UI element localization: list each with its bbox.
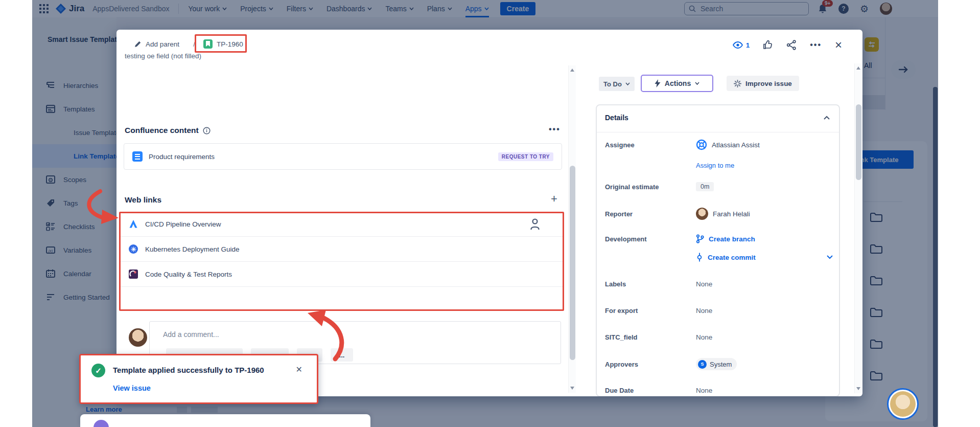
annotation-arrow-sidebar [81,188,127,225]
modal-header-actions: 1 ••• × [733,39,842,51]
create-branch-link[interactable]: Create branch [696,234,755,243]
approver-chip[interactable]: S System [696,358,737,370]
toast-message: Template applied successfully to TP-1960 [113,366,264,374]
toast-close-button[interactable]: ✕ [296,365,302,374]
eye-icon [733,41,743,49]
field-development: Development Create branch [605,234,833,243]
annotation-box-issue-key [195,34,247,53]
weblinks-section-heading: Web links [125,195,161,205]
field-for-export[interactable]: For export None [605,307,833,314]
camera-bubble[interactable] [887,388,919,420]
actions-dropdown[interactable]: Actions [641,75,713,92]
estimate-value: 0m [696,182,714,191]
content-scrollbar[interactable] [568,65,576,393]
canvas-margin-right [938,0,980,427]
field-development-commit: Create commit [605,253,833,262]
canvas-margin-left [0,0,32,427]
confluence-more-button[interactable]: ••• [549,125,561,134]
field-original-estimate[interactable]: Original estimate 0m [605,182,833,191]
scroll-up-arrow[interactable] [570,69,574,72]
system-avatar: S [698,360,707,369]
field-assignee[interactable]: Assignee Atlassian Assist [605,139,833,150]
lightning-icon [655,79,661,87]
atlassian-assist-icon [696,139,707,150]
commit-icon [696,253,703,262]
add-parent-button[interactable]: Add parent [146,40,179,48]
watch-count: 1 [746,41,750,49]
branch-icon [696,234,704,243]
field-sitc[interactable]: SITC_field None [605,333,833,341]
more-actions-button[interactable]: ••• [810,40,822,50]
success-toast: ✓ Template applied successfully to TP-19… [79,354,318,404]
thumbs-up-icon[interactable] [763,40,773,50]
confluence-page-icon [132,151,143,162]
confluence-section-heading: Confluence content [125,126,211,135]
description-text: testing oe field (not filled) [125,52,201,60]
chevron-down-icon [625,82,630,85]
pencil-icon [134,40,142,48]
dev-expand-chevron-icon[interactable] [827,255,833,259]
add-weblink-button[interactable]: + [551,192,557,206]
modal-scrollbar[interactable] [854,63,862,393]
field-approvers[interactable]: Approvers S System [605,358,833,370]
create-commit-link[interactable]: Create commit [696,253,756,262]
onboarding-avatar [94,420,109,427]
chevron-down-icon [695,82,699,85]
info-icon[interactable] [203,127,211,134]
field-labels[interactable]: Labels None [605,280,833,288]
camera-bubble-video [890,391,916,417]
scroll-up-arrow[interactable] [856,66,860,70]
share-icon[interactable] [786,40,797,50]
details-panel: Details Assignee Atlassian Assist Assign… [596,104,840,396]
sparkle-icon [734,80,741,87]
screenshot-canvas: Jira AppsDelivered Sandbox Your work Pro… [0,0,980,427]
collapse-chevron-icon[interactable] [824,116,830,120]
confluence-page-title[interactable]: Product requirements [149,153,215,161]
confluence-item-card[interactable]: Product requirements REQUEST TO TRY [124,143,562,170]
assign-to-me[interactable]: Assign to me [605,162,833,169]
request-to-try-badge[interactable]: REQUEST TO TRY [498,152,553,161]
scroll-down-arrow[interactable] [856,387,860,390]
watchers-button[interactable]: 1 [733,41,750,49]
scrollbar-thumb[interactable] [570,166,575,360]
success-check-icon: ✓ [91,364,105,377]
details-divider [597,132,839,132]
annotation-box-weblinks [119,212,564,311]
scroll-down-arrow[interactable] [570,387,574,390]
field-due-date[interactable]: Due Date None [605,387,833,394]
annotation-arrow-weblinks [304,309,351,362]
view-issue-link[interactable]: View issue [113,384,151,392]
status-dropdown[interactable]: To Do [599,77,635,91]
field-reporter[interactable]: Reporter Farah Helali [605,208,833,220]
close-modal-button[interactable]: × [835,39,842,51]
onboarding-panel [80,414,370,427]
details-title: Details [605,114,628,122]
current-user-avatar [129,328,147,347]
improve-issue-button[interactable]: Improve issue [727,76,799,91]
scrollbar-thumb[interactable] [856,104,861,180]
reporter-avatar [696,208,708,220]
